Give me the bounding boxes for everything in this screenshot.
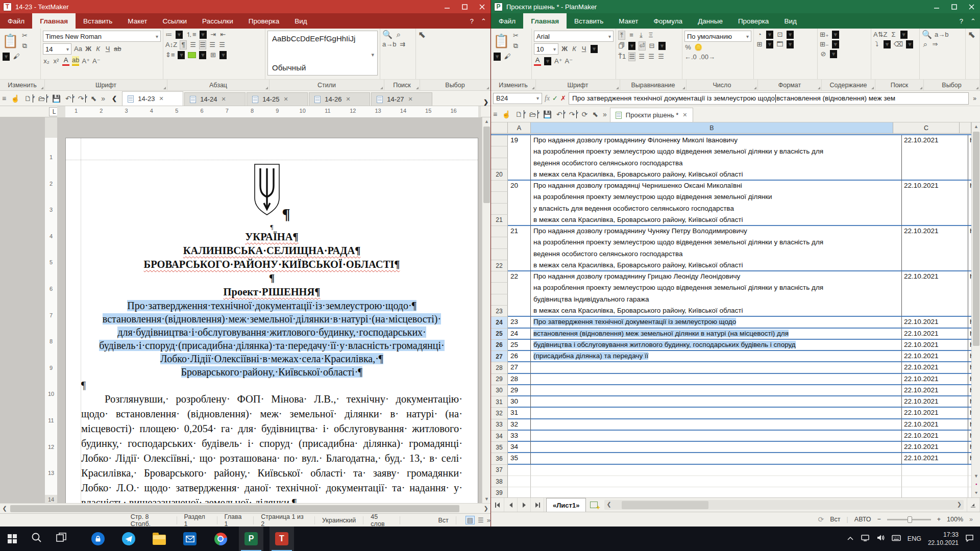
cell-c[interactable]: [902, 260, 968, 271]
sheet-row[interactable]: 282722.10.2021htt: [491, 362, 980, 373]
taskbar-file-explorer-button[interactable]: [147, 527, 172, 551]
refresh-icon[interactable]: ⟳: [818, 515, 824, 523]
maximize-button[interactable]: [945, 0, 963, 13]
help-icon[interactable]: ?: [470, 17, 474, 25]
close-button[interactable]: [963, 0, 980, 13]
sheet-row[interactable]: 343322.10.2021htt: [491, 431, 980, 442]
row-header-blank[interactable]: [491, 158, 508, 169]
cell-a[interactable]: [508, 204, 531, 215]
more-tools-icon[interactable]: »: [603, 110, 607, 118]
cell-a[interactable]: [508, 487, 531, 497]
normal-view-icon[interactable]: ☰: [478, 516, 484, 524]
first-sheet-icon[interactable]: [491, 498, 504, 512]
merge-cells-icon[interactable]: ⊟: [648, 42, 655, 50]
wrap-text-icon[interactable]: ⏎: [639, 41, 646, 51]
align-right-icon[interactable]: ☰: [209, 41, 216, 49]
sheet-row[interactable]: 21в межах села Красилівка, Броварського …: [491, 215, 980, 226]
planmaker-titlebar[interactable]: P Проєкти рішень * - PlanMaker: [491, 0, 980, 13]
cell-c[interactable]: 22.10.2021: [902, 329, 968, 340]
cell-b[interactable]: [531, 362, 902, 373]
cell-c[interactable]: 22.10.2021: [902, 396, 968, 408]
cell-b[interactable]: [531, 374, 902, 385]
minimize-button[interactable]: [438, 0, 456, 13]
clear-icon[interactable]: ⊘: [820, 50, 827, 58]
cell-c[interactable]: [902, 237, 968, 248]
pane-split-icon[interactable]: [967, 498, 980, 512]
close-icon[interactable]: ✕: [221, 96, 226, 103]
next-sheet-icon[interactable]: [518, 498, 531, 512]
percent-format-icon[interactable]: %: [684, 43, 692, 52]
more-tools-icon[interactable]: »: [101, 94, 105, 103]
undo-icon[interactable]: ↶▾: [65, 94, 74, 103]
sheet-row[interactable]: будівництва індивідуального гаража: [491, 294, 980, 306]
indent-increase-icon[interactable]: ⇥: [210, 31, 217, 39]
cell-a[interactable]: 31: [508, 408, 531, 419]
status-segment[interactable]: 45 слов: [363, 516, 400, 524]
language-indicator[interactable]: ENG: [908, 535, 921, 542]
row-header-27[interactable]: 27: [491, 351, 508, 362]
menu-tab-макет[interactable]: Макет: [120, 13, 155, 29]
split-handle-icon[interactable]: ⯆: [972, 489, 980, 497]
scroll-left-icon[interactable]: ❮: [0, 504, 9, 513]
sheet-row[interactable]: 37: [491, 465, 980, 476]
cell-b[interactable]: на розроблення проекту землеустрою щодо …: [531, 237, 902, 248]
touch-mode-icon[interactable]: ☝: [11, 94, 19, 103]
sheet-row[interactable]: 2726(присадибна ділянка) та передачу її2…: [491, 351, 980, 362]
sheet-row[interactable]: 21Про надання дозволу громадянину Чуняку…: [491, 226, 980, 237]
planmaker-vertical-scrollbar[interactable]: ▲ ▼ ▪ ⯆: [971, 122, 980, 497]
new-document-icon[interactable]: 🗋▾: [24, 94, 34, 103]
sheet-row[interactable]: 2524встановлення (відновлення) меж земел…: [491, 329, 980, 340]
menu-tab-вид[interactable]: Вид: [776, 13, 804, 29]
cell-b[interactable]: на розроблення проекту землеустрою щодо …: [531, 192, 902, 203]
tab-scroll-right-icon[interactable]: ❯: [481, 98, 491, 106]
replace-icon[interactable]: a→b: [935, 31, 948, 39]
document-tab-14-23[interactable]: 14-23✕: [122, 91, 183, 106]
menu-tab-макет[interactable]: Макет: [611, 13, 646, 29]
group-dialog-launcher-icon[interactable]: [616, 87, 619, 89]
taskbar-planmaker-button[interactable]: P: [239, 527, 263, 551]
network-icon[interactable]: [861, 534, 870, 543]
cell-a[interactable]: 26: [508, 351, 531, 362]
save-icon[interactable]: 💾: [52, 94, 61, 103]
cell-a[interactable]: [508, 283, 531, 294]
pointer-icon[interactable]: ⬉: [91, 94, 97, 103]
status-segment[interactable]: Страница 1 из 2: [254, 516, 315, 524]
superscript-icon[interactable]: x²: [53, 57, 60, 65]
row-header-39[interactable]: 39: [491, 487, 508, 497]
sheet-row[interactable]: у власність для ведення особистого селян…: [491, 204, 980, 215]
cell-c[interactable]: [902, 249, 968, 260]
document-tab-14-27[interactable]: 14-27✕: [371, 92, 432, 106]
sheet-row[interactable]: 38: [491, 476, 980, 487]
cell-c[interactable]: [902, 192, 968, 203]
menu-tab-главная[interactable]: Главная: [523, 13, 567, 29]
row-header-blank[interactable]: [491, 192, 508, 203]
cell-a[interactable]: 30: [508, 396, 531, 408]
align-justify-icon[interactable]: ☰: [657, 53, 665, 61]
scrollbar-thumb[interactable]: [483, 127, 490, 203]
column-header-A[interactable]: A: [508, 122, 531, 133]
save-icon[interactable]: 💾: [543, 110, 552, 118]
formula-input[interactable]: Про затвердження технічної документації …: [569, 92, 969, 105]
status-segment[interactable]: Стр. 8 Столб.: [124, 516, 177, 524]
row-header-26[interactable]: 26: [491, 340, 508, 351]
cell-c[interactable]: [902, 487, 968, 497]
font-name-combo[interactable]: Arial▾: [534, 31, 614, 42]
row-header-29[interactable]: 29: [491, 374, 508, 385]
cell-a[interactable]: 32: [508, 419, 531, 431]
cell-b[interactable]: на розроблення проекту землеустрою щодо …: [531, 146, 902, 158]
textmaker-horizontal-scrollbar[interactable]: ❮ ❯: [0, 503, 491, 513]
status-more-icon[interactable]: »: [487, 516, 491, 524]
column-header-C[interactable]: C: [893, 122, 960, 133]
numbered-list-icon[interactable]: ⒈≡: [186, 31, 197, 39]
sheet-row[interactable]: 23в межах села Красилівка, Броварського …: [491, 306, 980, 317]
cell-b[interactable]: Про надання дозволу громадянці Чернишенк…: [531, 181, 902, 192]
row-header-28[interactable]: 28: [491, 362, 508, 373]
sheet-row[interactable]: 19Про надання дозволу громадянину Філоне…: [491, 135, 980, 146]
page-view-icon[interactable]: ▤: [465, 516, 475, 524]
italic-icon[interactable]: К: [571, 45, 578, 53]
taskbar-clock[interactable]: 17:3322.10.2021: [928, 531, 959, 547]
grow-font-icon[interactable]: А⁺: [554, 57, 562, 65]
open-file-icon[interactable]: 🗁▾: [529, 110, 538, 118]
menu-tab-главная[interactable]: Главная: [32, 13, 76, 29]
row-header-33[interactable]: 33: [491, 419, 508, 431]
